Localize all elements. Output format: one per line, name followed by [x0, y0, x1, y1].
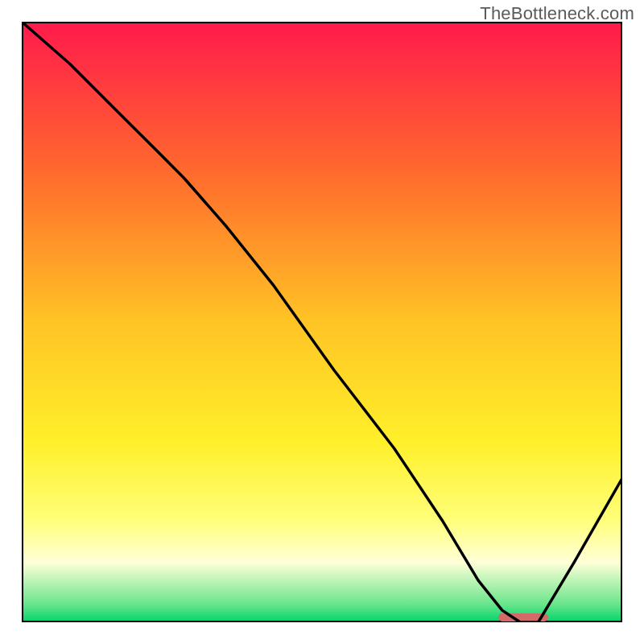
- gradient-background: [22, 22, 622, 622]
- chart-svg: [22, 22, 622, 622]
- chart-area: [22, 22, 622, 622]
- watermark-text: TheBottleneck.com: [480, 3, 634, 24]
